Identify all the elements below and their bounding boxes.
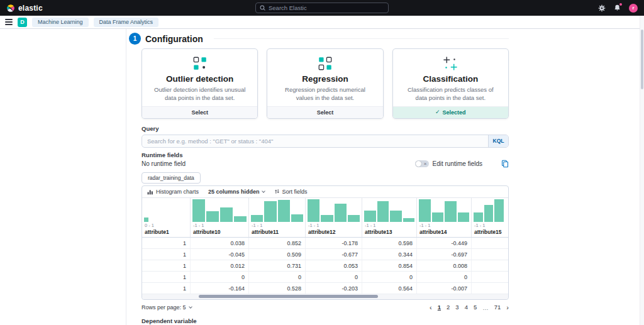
deployment-badge[interactable]: D (18, 18, 27, 27)
table-row: 1-0.0450.509-0.6770.344-0.697 (142, 249, 508, 260)
table-cell[interactable]: 0.053 (306, 260, 362, 271)
table-cell[interactable]: -0.045 (191, 249, 249, 260)
select-button-outlier[interactable]: Select (142, 106, 257, 118)
page-button-3[interactable]: 3 (455, 304, 458, 311)
menu-icon[interactable] (5, 19, 13, 25)
column-header-attribute14[interactable]: -1 - 1attribute14 (417, 198, 472, 237)
rows-per-page-button[interactable]: Rows per page: 5 (142, 304, 192, 311)
sort-fields-button[interactable]: Sort fields (274, 189, 308, 195)
select-button-regression[interactable]: Select (267, 106, 382, 118)
table-cell[interactable]: -0.007 (417, 283, 472, 294)
page-button-1[interactable]: 1 (438, 304, 441, 311)
table-cell[interactable]: 0.038 (191, 238, 249, 248)
table-cell[interactable]: 0.528 (249, 283, 306, 294)
column-header-attribute10[interactable]: -1 - 1attribute10 (191, 198, 249, 237)
breadcrumb-item-data-frame-analytics[interactable]: Data Frame Analytics (94, 18, 159, 27)
table-cell[interactable]: 0 (191, 272, 249, 282)
breadcrumb-item-machine-learning[interactable]: Machine Learning (32, 18, 89, 27)
table-cell[interactable]: -0.449 (417, 238, 472, 248)
page-button-71[interactable]: 71 (494, 304, 501, 311)
table-cell[interactable]: 0.012 (191, 260, 249, 271)
card-classification[interactable]: Classification Classification predicts c… (392, 48, 509, 119)
user-avatar[interactable]: r (629, 4, 638, 13)
table-cell[interactable]: 1 (142, 249, 191, 260)
table-cell[interactable]: 0.564 (362, 283, 417, 294)
table-cell[interactable]: 0 (249, 272, 306, 282)
histogram-bar (458, 212, 470, 221)
histogram-bar (278, 200, 290, 221)
table-cell[interactable] (472, 249, 506, 260)
notifications-bell-icon[interactable] (614, 4, 621, 11)
column-header-attribute12[interactable]: -1 - 1attribute12 (306, 198, 362, 237)
column-name-label: attribute11 (249, 228, 305, 237)
source-index-tab[interactable]: radar_training_data (142, 172, 201, 184)
table-cell[interactable]: 0.731 (249, 260, 306, 271)
settings-icon[interactable] (598, 4, 606, 12)
table-cell[interactable]: 0 (362, 272, 417, 282)
toggle-knob (416, 161, 421, 167)
column-header-attribute13[interactable]: -1 - 1attribute13 (362, 198, 417, 237)
copy-icon[interactable] (501, 160, 509, 168)
table-cell[interactable]: -0.164 (191, 283, 249, 294)
query-input[interactable] (142, 135, 509, 148)
brand-text: elastic (18, 4, 43, 13)
table-cell[interactable] (472, 272, 506, 282)
table-cell[interactable]: 1 (142, 272, 191, 282)
table-cell[interactable]: 1 (142, 238, 191, 248)
table-cell[interactable]: 0.008 (417, 260, 472, 271)
table-cell[interactable]: 0.344 (362, 249, 417, 260)
sort-fields-label: Sort fields (282, 189, 308, 195)
table-cell[interactable]: -0.697 (417, 249, 472, 260)
vertical-scrollbar[interactable] (640, 16, 644, 325)
kql-language-button[interactable]: KQL (488, 135, 508, 147)
page-button-4[interactable]: 4 (465, 304, 468, 311)
select-label: Select (191, 109, 208, 116)
breadcrumb-bar: D Machine Learning Data Frame Analytics (0, 16, 644, 29)
table-cell[interactable]: 0.854 (362, 260, 417, 271)
table-cell[interactable]: 0.598 (362, 238, 417, 248)
table-cell[interactable] (472, 283, 506, 294)
global-search-input[interactable] (269, 4, 384, 11)
card-regression[interactable]: Regression Regression predicts numerical… (267, 48, 383, 119)
table-cell[interactable]: 0.852 (249, 238, 306, 248)
grid-header-row: 0 - 1attribute1-1 - 1attribute10-1 - 1at… (142, 198, 508, 238)
table-cell[interactable]: 0 (306, 272, 362, 282)
vertical-scrollbar-thumb[interactable] (641, 30, 643, 89)
histogram-charts-button[interactable]: Histogram charts (147, 189, 199, 195)
table-cell[interactable]: -0.677 (306, 249, 362, 260)
global-search[interactable] (255, 3, 389, 13)
step-title: Configuration (145, 34, 203, 44)
column-header-attribute15[interactable]: -1 - 1attribute15 (472, 198, 506, 237)
next-page-button[interactable]: › (506, 304, 509, 311)
histogram-bar (390, 211, 402, 222)
page-button-5[interactable]: 5 (474, 304, 477, 311)
histogram-attribute1 (142, 198, 190, 222)
table-cell[interactable] (472, 238, 506, 248)
page-button-2[interactable]: 2 (447, 304, 450, 311)
table-cell[interactable]: 0.509 (249, 249, 306, 260)
histogram-icon (147, 189, 153, 195)
table-cell[interactable]: -0.178 (306, 238, 362, 248)
edit-runtime-fields-toggle[interactable]: × (415, 160, 429, 167)
table-row: 10.0380.852-0.1780.598-0.449 (142, 238, 508, 249)
horizontal-scrollbar-thumb[interactable] (199, 295, 378, 298)
query-label: Query (142, 125, 640, 132)
card-outlier-detection[interactable]: Outlier detection Outlier detection iden… (142, 48, 258, 119)
table-cell[interactable]: 0 (417, 272, 472, 282)
histogram-range-label: -1 - 1 (417, 222, 471, 228)
table-cell[interactable]: -0.203 (306, 283, 362, 294)
selected-badge-classification[interactable]: ✓ Selected (393, 106, 508, 118)
column-name-label: attribute15 (472, 228, 506, 237)
table-cell[interactable]: 1 (142, 260, 191, 271)
previous-page-button[interactable]: ‹ (430, 304, 432, 311)
column-header-attribute11[interactable]: -1 - 1attribute11 (249, 198, 306, 237)
step-number-badge: 1 (129, 33, 141, 45)
column-header-attribute1[interactable]: 0 - 1attribute1 (142, 198, 191, 237)
histogram-attribute13 (362, 198, 416, 222)
table-cell[interactable] (472, 260, 506, 271)
columns-hidden-button[interactable]: 25 columns hidden (208, 189, 265, 195)
classification-icon (398, 55, 503, 72)
table-cell[interactable]: 1 (142, 283, 191, 294)
horizontal-scrollbar[interactable] (142, 294, 508, 299)
elastic-brand[interactable]: elastic (6, 4, 43, 13)
